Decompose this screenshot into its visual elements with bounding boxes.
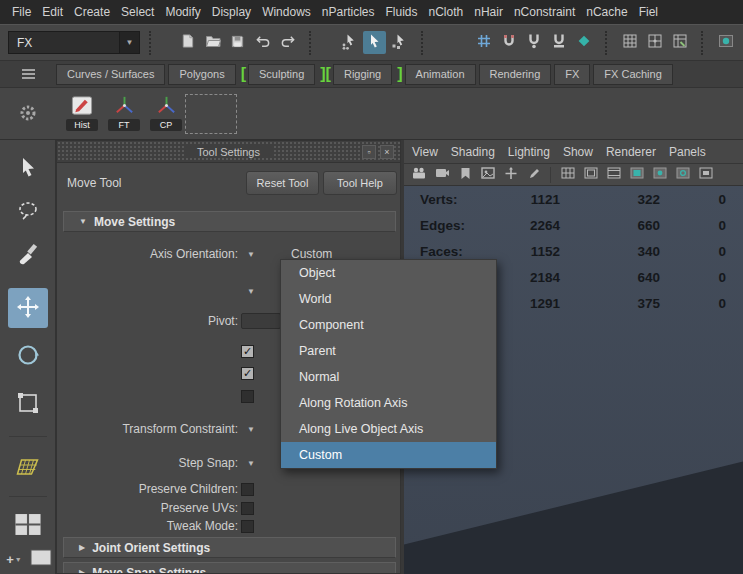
two-d-pan-zoom-button[interactable] <box>501 166 521 184</box>
paint-select-tool-button[interactable] <box>8 236 48 276</box>
shelf-tab-polygons[interactable]: Polygons <box>168 64 235 85</box>
tweak-mode-checkbox[interactable] <box>241 520 254 533</box>
four-pane-layout-button[interactable] <box>8 506 48 546</box>
close-panel-button[interactable]: × <box>380 145 394 159</box>
preserve-children-checkbox[interactable] <box>241 483 254 496</box>
checkbox-checked[interactable]: ✓ <box>241 345 254 358</box>
shelf-tab-rendering[interactable]: Rendering <box>479 64 552 85</box>
tool-settings-titlebar[interactable]: Tool Settings ▫ × <box>57 141 400 163</box>
menu-option-object[interactable]: Object <box>281 260 496 286</box>
shelf-tab-curves-surfaces[interactable]: Curves / Surfaces <box>56 64 165 85</box>
image-plane-button[interactable] <box>478 166 498 184</box>
panel-menu-panels[interactable]: Panels <box>669 145 706 159</box>
rotate-tool-button[interactable] <box>8 336 48 376</box>
camera-button[interactable] <box>409 166 429 184</box>
shelf-menu-button[interactable] <box>0 67 56 81</box>
last-used-tool-button[interactable] <box>8 448 48 488</box>
camera-attributes-button[interactable] <box>432 166 452 184</box>
safe-title-button[interactable] <box>696 166 716 184</box>
shelf-tab-fx[interactable]: FX <box>554 64 590 85</box>
menu-nconstraint[interactable]: nConstraint <box>514 5 575 19</box>
field-chart-button[interactable] <box>650 166 670 184</box>
menu-ncloth[interactable]: nCloth <box>429 5 464 19</box>
float-panel-button[interactable]: ▫ <box>362 145 376 159</box>
resolution-gate-button[interactable] <box>604 166 624 184</box>
statusline-separator[interactable] <box>421 31 424 55</box>
shelf-tab-sculpting[interactable]: Sculpting <box>248 64 315 85</box>
menu-select[interactable]: Select <box>121 5 154 19</box>
new-scene-button[interactable] <box>176 31 199 54</box>
menu-option-along-rotation-axis[interactable]: Along Rotation Axis <box>281 390 496 416</box>
add-layout-button[interactable]: +▼ <box>2 548 26 570</box>
snap-to-grids-button[interactable] <box>472 31 495 54</box>
pivot-field[interactable] <box>241 313 281 329</box>
statusline-separator[interactable] <box>149 31 152 55</box>
panel-menu-lighting[interactable]: Lighting <box>508 145 550 159</box>
panel-menu-renderer[interactable]: Renderer <box>606 145 656 159</box>
single-pane-layout-button[interactable] <box>28 548 54 570</box>
snap-to-points-button[interactable] <box>522 31 545 54</box>
panel-menu-view[interactable]: View <box>412 145 438 159</box>
tool-help-button[interactable]: Tool Help <box>323 171 397 195</box>
step-snap-dropdown[interactable]: ▼ <box>243 456 259 470</box>
render-current-frame-button[interactable] <box>714 31 737 54</box>
menu-ncache[interactable]: nCache <box>586 5 627 19</box>
axis-orientation-dropdown[interactable]: ▼ <box>243 247 259 261</box>
panel-menu-show[interactable]: Show <box>563 145 593 159</box>
film-gate-button[interactable] <box>581 166 601 184</box>
panel-menu-shading[interactable]: Shading <box>451 145 495 159</box>
menu-option-world[interactable]: World <box>281 286 496 312</box>
menu-file[interactable]: File <box>12 5 31 19</box>
save-scene-button[interactable] <box>226 31 249 54</box>
shelf-tab-animation[interactable]: Animation <box>405 64 476 85</box>
preserve-uvs-checkbox[interactable] <box>241 502 254 515</box>
menu-option-along-live-object-axis[interactable]: Along Live Object Axis <box>281 416 496 442</box>
shelf-tab-rigging[interactable]: Rigging <box>333 64 392 85</box>
snap-to-view-planes-button[interactable] <box>547 31 570 54</box>
transform-constraint-dropdown[interactable]: ▼ <box>243 422 259 436</box>
menu-option-custom[interactable]: Custom <box>281 442 496 468</box>
menu-nparticles[interactable]: nParticles <box>322 5 375 19</box>
select-by-hierarchy-button[interactable] <box>338 31 361 54</box>
menu-modify[interactable]: Modify <box>165 5 200 19</box>
joint-orient-section-header[interactable]: ▶ Joint Orient Settings <box>63 537 396 558</box>
select-tool-button[interactable] <box>8 148 48 188</box>
menu-nhair[interactable]: nHair <box>474 5 503 19</box>
snap-to-curves-button[interactable] <box>497 31 520 54</box>
shelf-options-button[interactable] <box>0 88 56 140</box>
grid-button[interactable] <box>558 166 578 184</box>
axis-sub-dropdown[interactable]: ▼ <box>243 284 259 298</box>
checkbox-unchecked[interactable] <box>241 390 254 403</box>
menu-display[interactable]: Display <box>212 5 251 19</box>
bookmark-button[interactable] <box>455 166 475 184</box>
statusline-separator[interactable] <box>701 31 704 55</box>
ipr-render-button[interactable] <box>739 31 743 54</box>
menu-fluids[interactable]: Fluids <box>386 5 418 19</box>
lasso-tool-button[interactable] <box>8 192 48 232</box>
grease-pencil-button[interactable] <box>524 166 544 184</box>
redo-button[interactable] <box>276 31 299 54</box>
open-scene-button[interactable] <box>201 31 224 54</box>
safe-action-button[interactable] <box>673 166 693 184</box>
shelf-tab-fx-caching[interactable]: FX Caching <box>593 64 672 85</box>
menu-option-normal[interactable]: Normal <box>281 364 496 390</box>
move-settings-section-header[interactable]: ▼ Move Settings <box>63 211 396 232</box>
output-connections-button[interactable] <box>643 31 666 54</box>
undo-button[interactable] <box>251 31 274 54</box>
menu-option-component[interactable]: Component <box>281 312 496 338</box>
menu-windows[interactable]: Windows <box>262 5 311 19</box>
menuset-selector[interactable]: FX ▼ <box>8 31 140 54</box>
move-snap-section-header[interactable]: ▶ Move Snap Settings <box>63 562 396 574</box>
shelf-item-cp[interactable]: CP <box>150 93 182 131</box>
shelf-item-hist[interactable]: Hist <box>66 93 98 131</box>
menu-fields-clipped[interactable]: Fiel <box>639 5 658 19</box>
menu-option-parent[interactable]: Parent <box>281 338 496 364</box>
input-connections-button[interactable] <box>618 31 641 54</box>
select-by-component-button[interactable] <box>388 31 411 54</box>
make-live-button[interactable] <box>572 31 595 54</box>
scale-tool-button[interactable] <box>8 384 48 424</box>
gate-mask-button[interactable] <box>627 166 647 184</box>
construction-history-button[interactable] <box>668 31 691 54</box>
checkbox-checked[interactable]: ✓ <box>241 367 254 380</box>
move-tool-button[interactable] <box>8 288 48 328</box>
